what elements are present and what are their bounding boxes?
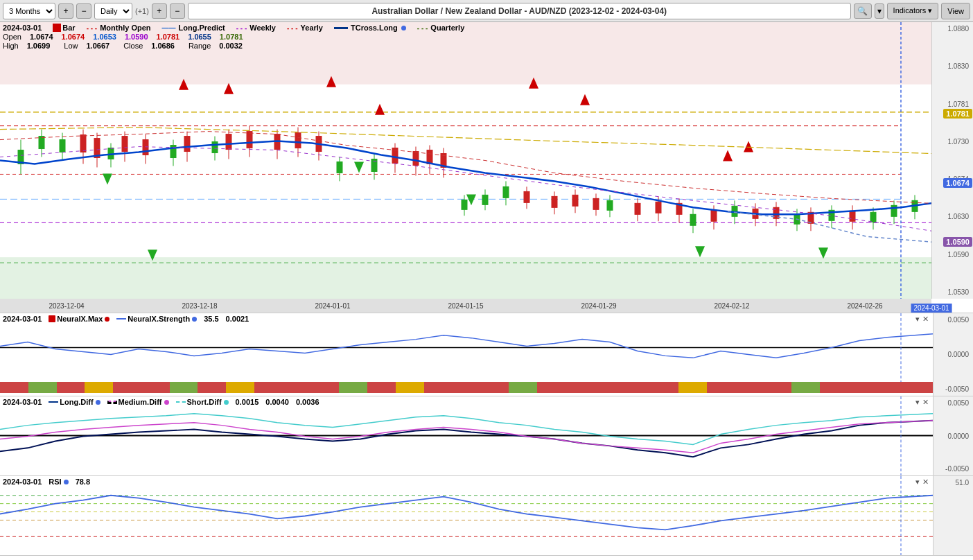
svg-rect-87	[656, 202, 661, 213]
diff-date: 2024-03-01	[3, 398, 42, 406]
period-subtract-button[interactable]: −	[76, 3, 91, 19]
svg-rect-21	[212, 142, 218, 153]
neural-color-segment	[566, 382, 594, 393]
period-select[interactable]: 3 Months	[3, 3, 55, 19]
svg-rect-120	[0, 476, 933, 555]
neural-color-segment	[57, 382, 85, 393]
neural-color-segment	[226, 382, 254, 393]
medium-diff-value: 0.0040	[265, 398, 289, 406]
neural-color-segment	[763, 382, 791, 393]
short-diff-value: 0.0036	[296, 398, 319, 406]
neural-y-2: 0.0000	[935, 351, 972, 358]
neural-date: 2024-03-01	[3, 315, 42, 323]
diff-panel-header: 2024-03-01 Long.Diff Medium.Diff Short.D…	[3, 398, 319, 406]
y-price-7: 1.0590	[933, 251, 972, 259]
search-button[interactable]: 🔍	[854, 3, 872, 19]
neural-color-segment	[283, 382, 311, 393]
primary-chart: 2024-03-01 Bar - - - Monthly Open —— Lon…	[0, 22, 973, 313]
neural-color-segment	[141, 382, 170, 393]
svg-rect-15	[60, 140, 65, 152]
neural-color-segment	[453, 382, 481, 393]
diff-close-button[interactable]: ✕	[922, 398, 929, 407]
date-label-3: 2024-01-01	[315, 302, 350, 310]
svg-rect-27	[462, 200, 467, 209]
y-price-6: 1.0630	[933, 213, 972, 220]
neural-color-segment	[593, 382, 622, 393]
search-dropdown-button[interactable]: ▾	[875, 3, 884, 19]
neural-color-segment	[339, 382, 367, 393]
svg-rect-57	[184, 137, 190, 152]
diff-collapse-button[interactable]: ▾	[915, 398, 920, 407]
svg-rect-33	[607, 200, 613, 210]
neural-color-segment	[707, 382, 735, 393]
main-chart-svg	[0, 22, 931, 299]
diff-panel: 2024-03-01 Long.Diff Medium.Diff Short.D…	[0, 396, 973, 476]
svg-rect-91	[711, 210, 717, 221]
indicators-button[interactable]: Indicators ▾	[887, 3, 939, 19]
svg-rect-73	[427, 150, 432, 164]
rsi-y-axis: 51.0	[933, 476, 973, 555]
svg-rect-85	[635, 203, 640, 214]
y-axis-right: 1.0880 1.0830 1.0781 1.0730 1.0674 1.063…	[931, 22, 973, 299]
svg-rect-23	[337, 161, 342, 173]
svg-rect-61	[247, 132, 252, 148]
short-diff-indicator: Short.Diff	[176, 398, 229, 406]
svg-rect-81	[572, 195, 578, 206]
neural-color-segment	[904, 382, 933, 393]
date-label-6: 2024-02-12	[714, 302, 749, 310]
y-price-3: 1.0781	[933, 100, 972, 108]
neural-panel-controls: ▾ ✕	[915, 315, 929, 324]
rsi-panel-controls: ▾ ✕	[915, 478, 929, 487]
rsi-close-button[interactable]: ✕	[922, 478, 929, 487]
neural-color-segment	[678, 382, 707, 393]
neural-close-button[interactable]: ✕	[922, 315, 929, 324]
neural-collapse-button[interactable]: ▾	[915, 315, 920, 324]
rsi-panel: 2024-03-01 RSI 78.8 ▾ ✕ 51.0	[0, 476, 973, 556]
neural-color-segment	[28, 382, 57, 393]
neural-color-segment	[480, 382, 509, 393]
long-diff-indicator: Long.Diff	[49, 398, 100, 406]
long-diff-value: 0.0015	[236, 398, 259, 406]
neural-color-segment	[113, 382, 141, 393]
svg-rect-43	[870, 212, 876, 222]
rsi-value: 78.8	[76, 478, 90, 486]
neural-panel-header: 2024-03-01 NeuralX.Max NeuralX.Strength …	[3, 315, 249, 323]
svg-rect-71	[413, 152, 419, 166]
svg-rect-77	[524, 191, 529, 202]
diff-y-2: 0.0000	[935, 432, 972, 440]
current-date-badge: 2024-03-01	[911, 304, 952, 313]
zoom-out-button[interactable]: −	[170, 3, 185, 19]
neural-color-segment	[254, 382, 283, 393]
timeframe-select[interactable]: Daily	[94, 3, 132, 19]
svg-rect-2	[0, 257, 931, 299]
neural-color-segment	[791, 382, 820, 393]
svg-rect-55	[143, 140, 148, 155]
date-label-2: 2023-12-18	[182, 302, 217, 310]
neural-color-segment	[396, 382, 424, 393]
diff-y-1: 0.0050	[935, 399, 972, 407]
neural-strength-value: 0.0021	[226, 315, 249, 323]
svg-rect-65	[295, 133, 301, 148]
date-label-5: 2024-01-29	[581, 302, 616, 310]
neural-y-3: -0.0050	[935, 385, 972, 393]
svg-rect-99	[850, 211, 855, 221]
neural-y-1: 0.0050	[935, 316, 972, 324]
diff-panel-controls: ▾ ✕	[915, 398, 929, 407]
period-add-button[interactable]: +	[58, 3, 73, 19]
neural-color-segment	[0, 382, 28, 393]
zoom-in-button[interactable]: +	[152, 3, 167, 19]
rsi-panel-header: 2024-03-01 RSI 78.8	[3, 478, 90, 486]
neural-max-value: 35.5	[204, 315, 218, 323]
neural-color-segment	[311, 382, 340, 393]
svg-rect-49	[80, 135, 86, 152]
date-axis: 2023-12-04 2023-12-18 2024-01-01 2024-01…	[0, 299, 931, 313]
svg-rect-59	[226, 134, 231, 150]
svg-rect-13	[39, 137, 44, 149]
neural-color-segment	[367, 382, 396, 393]
rsi-indicator: RSI	[49, 478, 68, 486]
neural-strength-indicator: NeuralX.Strength	[116, 315, 197, 323]
rsi-collapse-button[interactable]: ▾	[915, 478, 920, 487]
svg-rect-1	[0, 22, 931, 85]
neural-max-indicator: NeuralX.Max	[49, 315, 109, 323]
view-button[interactable]: View	[941, 3, 970, 19]
